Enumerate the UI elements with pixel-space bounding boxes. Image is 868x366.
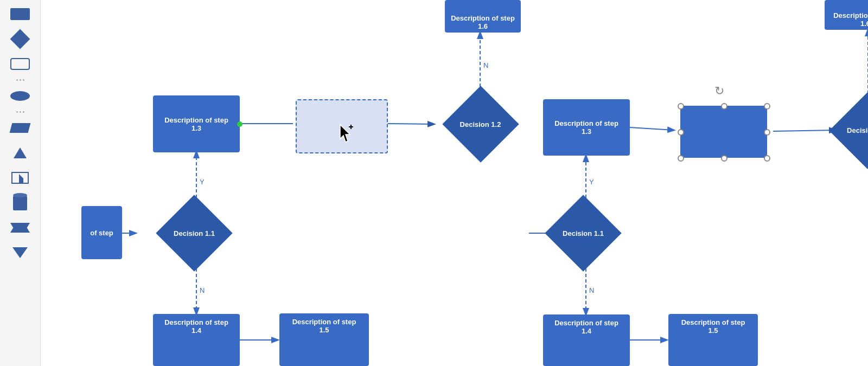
svg-text:N: N	[200, 286, 205, 294]
node-step13-left[interactable]: Description of step 1.3	[153, 95, 240, 152]
sidebar-item-rounded-outline[interactable]	[7, 54, 33, 74]
svg-line-15	[630, 127, 674, 130]
node-step16-left[interactable]: Description of step 1.6	[445, 0, 521, 33]
node-step13-left-label: Description of step 1.3	[164, 116, 228, 132]
handle-ml[interactable]	[678, 129, 684, 136]
connector-dot-step13-right[interactable]	[237, 121, 242, 127]
node-step15-left-label: Description of step 1.5	[292, 318, 356, 334]
node-selected[interactable]	[680, 106, 767, 158]
node-decision11-right[interactable]: Decision 1.1	[542, 203, 624, 263]
svg-line-6	[388, 124, 434, 124]
node-selected-container[interactable]: ↻	[674, 99, 774, 164]
node-step14-left-label: Description of step 1.4	[164, 318, 228, 335]
rotate-icon[interactable]: ↻	[714, 84, 724, 98]
svg-line-16	[773, 130, 835, 131]
node-step-partial-left-label: of step	[90, 229, 113, 237]
handle-bc[interactable]	[721, 155, 727, 162]
handle-br[interactable]	[764, 155, 770, 162]
node-decision11-left[interactable]: Decision 1.1	[154, 203, 235, 263]
node-step16-right-label: Description of step 1.6	[833, 11, 868, 28]
sidebar-divider-2	[9, 111, 31, 113]
svg-text:N: N	[483, 61, 488, 69]
sidebar-item-trapezoid-up[interactable]	[7, 143, 33, 163]
handle-tl[interactable]	[678, 103, 684, 110]
node-step14-left[interactable]: Description of step 1.4	[153, 314, 240, 366]
svg-text:N: N	[589, 286, 594, 294]
arrows-layer: Y N N Y N N	[41, 0, 868, 366]
node-step16-right[interactable]: Description of step 1.6	[825, 0, 868, 30]
node-step16-left-label: Description of step 1.6	[451, 14, 515, 30]
node-step14-right[interactable]: Description of step 1.4	[543, 314, 630, 366]
canvas[interactable]: Y N N Y N N	[41, 0, 868, 366]
node-step15-right-label: Description of step 1.5	[681, 318, 745, 335]
node-decision12-left[interactable]: Decision 1.2	[436, 92, 525, 156]
node-step15-left[interactable]: Description of step 1.5	[279, 313, 369, 366]
node-step13-right[interactable]: Description of step 1.3	[543, 99, 630, 156]
sidebar-item-diamond[interactable]	[7, 29, 33, 49]
sidebar-item-parallelogram[interactable]	[7, 118, 33, 138]
sidebar-item-cylinder[interactable]	[7, 193, 33, 213]
handle-mr[interactable]	[764, 129, 770, 136]
node-step15-right[interactable]: Description of step 1.5	[668, 314, 758, 366]
sidebar-item-ribbon[interactable]	[7, 218, 33, 237]
svg-text:Y: Y	[589, 178, 594, 186]
node-dashed-placeholder[interactable]	[296, 99, 388, 153]
sidebar-item-note[interactable]	[7, 168, 33, 188]
handle-tc[interactable]	[721, 103, 727, 110]
node-decision12-right[interactable]: Decision 1.2	[827, 99, 868, 162]
handle-bl[interactable]	[678, 155, 684, 162]
node-step14-right-label: Description of step 1.4	[554, 319, 618, 335]
sidebar-item-oval[interactable]	[7, 86, 33, 106]
sidebar-item-funnel[interactable]	[7, 243, 33, 262]
handle-tr[interactable]	[764, 103, 770, 110]
sidebar-item-rectangle[interactable]	[7, 4, 33, 24]
sidebar-divider-1	[9, 79, 31, 81]
sidebar	[0, 0, 41, 366]
node-step-partial-left[interactable]: of step	[81, 206, 122, 259]
svg-text:Y: Y	[200, 178, 205, 186]
node-step13-right-label: Description of step 1.3	[554, 119, 618, 136]
